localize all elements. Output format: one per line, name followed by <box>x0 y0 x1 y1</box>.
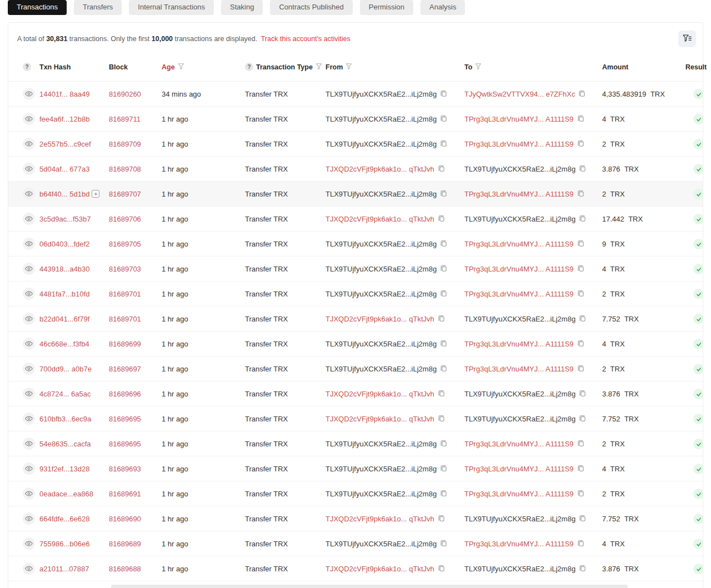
copy-icon[interactable] <box>440 189 448 198</box>
block-link[interactable]: 81689695 <box>109 415 141 423</box>
txn-hash-link[interactable]: 4481fa7...b10fd <box>39 290 89 298</box>
funnel-icon[interactable] <box>346 63 352 71</box>
copy-icon[interactable] <box>438 514 445 522</box>
copy-icon[interactable] <box>438 214 445 223</box>
copy-icon[interactable] <box>438 414 445 423</box>
copy-icon[interactable] <box>579 564 587 572</box>
from-address-link[interactable]: TLX9TUjfyuXCKX5RaE2...iLj2m8g <box>326 465 437 473</box>
age-header-label[interactable]: Age <box>162 63 175 71</box>
copy-icon[interactable] <box>579 214 587 223</box>
copy-icon[interactable] <box>440 89 448 98</box>
copy-icon[interactable] <box>438 389 445 398</box>
copy-icon[interactable] <box>577 364 585 373</box>
to-address-link[interactable]: TPrg3qL3LdrVnu4MYJ... A1111S9 <box>464 140 574 148</box>
view-transaction-eye-icon[interactable] <box>23 138 35 150</box>
block-link[interactable]: 81689707 <box>109 190 141 198</box>
view-transaction-eye-icon[interactable] <box>23 338 35 350</box>
copy-icon[interactable] <box>577 114 585 123</box>
txn-hash-link[interactable]: 664fdfe...6e628 <box>39 515 89 523</box>
view-transaction-eye-icon[interactable] <box>23 313 35 325</box>
to-address-link[interactable]: TPrg3qL3LdrVnu4MYJ... A1111S9 <box>464 265 574 273</box>
txn-hash-link[interactable]: 443918...a4b30 <box>39 265 89 273</box>
copy-icon[interactable] <box>440 489 448 497</box>
from-address-link[interactable]: TLX9TUjfyuXCKX5RaE2...iLj2m8g <box>326 265 437 273</box>
txn-hash-link[interactable]: a21011...07887 <box>39 565 89 573</box>
copy-icon[interactable] <box>438 164 445 173</box>
block-link[interactable]: 81689703 <box>109 265 141 273</box>
funnel-icon[interactable] <box>178 63 184 71</box>
copy-icon[interactable] <box>577 439 585 448</box>
to-address-link[interactable]: TPrg3qL3LdrVnu4MYJ... A1111S9 <box>464 540 574 548</box>
tab-permission[interactable]: Permission <box>360 0 413 15</box>
from-address-link[interactable]: TLX9TUjfyuXCKX5RaE2...iLj2m8g <box>326 90 437 98</box>
copy-icon[interactable] <box>440 364 448 373</box>
view-transaction-eye-icon[interactable] <box>23 463 35 475</box>
block-link[interactable]: 81689688 <box>109 565 141 573</box>
to-address-link[interactable]: TPrg3qL3LdrVnu4MYJ... A1111S9 <box>464 365 574 373</box>
copy-icon[interactable] <box>440 264 448 273</box>
tab-transfers[interactable]: Transfers <box>74 0 122 15</box>
from-address-link[interactable]: TLX9TUjfyuXCKX5RaE2...iLj2m8g <box>326 340 437 348</box>
to-address-link[interactable]: TLX9TUjfyuXCKX5RaE2...iLj2m8g <box>464 165 575 173</box>
txn-hash-link[interactable]: 5d04af... 677a3 <box>39 165 89 173</box>
block-link[interactable]: 81689711 <box>109 115 141 123</box>
from-address-link[interactable]: TLX9TUjfyuXCKX5RaE2...iLj2m8g <box>326 140 437 148</box>
txn-hash-link[interactable]: 2e557b5...c9cef <box>39 140 91 148</box>
block-link[interactable]: 81689690 <box>109 515 141 523</box>
to-address-link[interactable]: TPrg3qL3LdrVnu4MYJ... A1111S9 <box>464 190 574 198</box>
tab-contracts-published[interactable]: Contracts Published <box>270 0 352 15</box>
view-transaction-eye-icon[interactable] <box>23 413 35 425</box>
block-link[interactable]: 81689691 <box>109 490 141 498</box>
block-link[interactable]: 81689708 <box>109 165 141 173</box>
from-address-link[interactable]: TJXQD2cVFjt9pk6ak1o... qTktJvh <box>326 315 434 323</box>
txn-hash-link[interactable]: 610bfb3...6ec9a <box>39 415 91 423</box>
from-address-link[interactable]: TLX9TUjfyuXCKX5RaE2...iLj2m8g <box>326 440 437 448</box>
view-transaction-eye-icon[interactable] <box>23 113 35 125</box>
question-mark-icon[interactable]: ? <box>23 63 31 71</box>
copy-icon[interactable] <box>577 464 585 473</box>
from-address-link[interactable]: TJXQD2cVFjt9pk6ak1o... qTktJvh <box>326 165 434 173</box>
to-address-link[interactable]: TPrg3qL3LdrVnu4MYJ... A1111S9 <box>464 240 574 248</box>
to-address-link[interactable]: TLX9TUjfyuXCKX5RaE2...iLj2m8g <box>464 215 575 223</box>
from-address-link[interactable]: TJXQD2cVFjt9pk6ak1o... qTktJvh <box>326 390 434 398</box>
from-address-link[interactable]: TLX9TUjfyuXCKX5RaE2...iLj2m8g <box>326 115 437 123</box>
copy-icon[interactable] <box>577 139 585 148</box>
copy-icon[interactable] <box>579 164 587 173</box>
copy-icon[interactable] <box>577 264 585 273</box>
to-address-link[interactable]: TLX9TUjfyuXCKX5RaE2...iLj2m8g <box>464 315 575 323</box>
view-transaction-eye-icon[interactable] <box>23 263 35 275</box>
view-transaction-eye-icon[interactable] <box>23 537 35 550</box>
copy-icon[interactable] <box>440 339 448 348</box>
from-address-link[interactable]: TLX9TUjfyuXCKX5RaE2...iLj2m8g <box>326 190 437 198</box>
funnel-icon[interactable] <box>475 63 482 71</box>
from-address-link[interactable]: TLX9TUjfyuXCKX5RaE2...iLj2m8g <box>326 540 437 548</box>
to-address-link[interactable]: TLX9TUjfyuXCKX5RaE2...iLj2m8g <box>464 565 575 573</box>
copy-icon[interactable] <box>438 564 445 572</box>
from-address-link[interactable]: TJXQD2cVFjt9pk6ak1o... qTktJvh <box>326 215 434 223</box>
funnel-icon[interactable] <box>316 63 322 71</box>
txn-hash-link[interactable]: b64f40... 5d1bd <box>39 190 89 198</box>
from-address-link[interactable]: TJXQD2cVFjt9pk6ak1o... qTktJvh <box>326 565 434 573</box>
to-address-link[interactable]: TPrg3qL3LdrVnu4MYJ... A1111S9 <box>464 465 574 473</box>
block-link[interactable]: 81689701 <box>109 315 141 323</box>
block-link[interactable]: 81689695 <box>109 440 141 448</box>
copy-icon[interactable] <box>577 289 585 298</box>
to-address-link[interactable]: TPrg3qL3LdrVnu4MYJ... A1111S9 <box>464 290 574 298</box>
to-address-link[interactable]: TPrg3qL3LdrVnu4MYJ... A1111S9 <box>464 440 574 448</box>
txn-hash-link[interactable]: fee4a6f...12b8b <box>39 115 89 123</box>
txn-hash-link[interactable]: 931f2ef...13d28 <box>39 465 89 473</box>
from-address-link[interactable]: TLX9TUjfyuXCKX5RaE2...iLj2m8g <box>326 365 437 373</box>
copy-icon[interactable] <box>579 514 587 522</box>
from-address-link[interactable]: TLX9TUjfyuXCKX5RaE2...iLj2m8g <box>326 490 437 498</box>
txn-hash-link[interactable]: 54e8635...cacfa <box>39 440 91 448</box>
copy-icon[interactable] <box>440 439 448 448</box>
to-address-link[interactable]: TLX9TUjfyuXCKX5RaE2...iLj2m8g <box>464 390 575 398</box>
question-mark-icon[interactable]: ? <box>245 63 253 71</box>
block-link[interactable]: 81689697 <box>109 365 141 373</box>
copy-icon[interactable] <box>577 539 585 547</box>
copy-icon[interactable] <box>440 539 448 547</box>
block-link[interactable]: 81689706 <box>109 215 141 223</box>
track-account-link[interactable]: Track this account's activities <box>261 35 351 43</box>
horizontal-scrollbar-thumb[interactable] <box>111 585 628 588</box>
copy-icon[interactable] <box>577 239 585 248</box>
